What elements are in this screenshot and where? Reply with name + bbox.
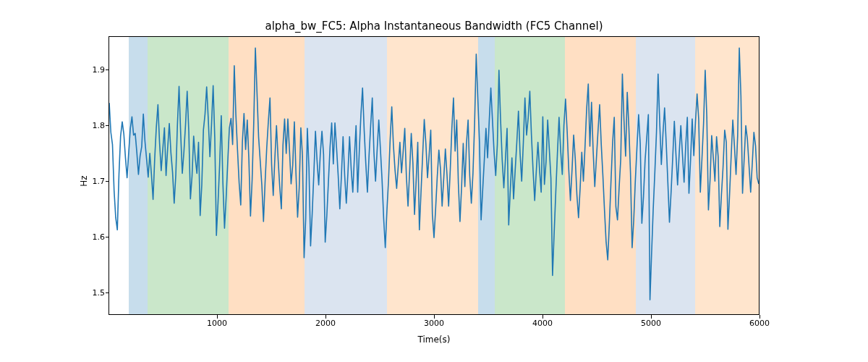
- y-tick-label: 1.9: [93, 65, 106, 75]
- x-tick-label: 6000: [749, 319, 770, 328]
- y-axis-label: Hz: [79, 175, 89, 186]
- y-tick-label: 1.6: [93, 232, 106, 242]
- line-series: [109, 37, 759, 314]
- chart-figure: alpha_bw_FC5: Alpha Instantaneous Bandwi…: [0, 0, 868, 362]
- x-tick-label: 3000: [424, 319, 444, 328]
- chart-title: alpha_bw_FC5: Alpha Instantaneous Bandwi…: [0, 20, 868, 33]
- x-tick-label: 4000: [532, 319, 553, 328]
- x-tick-label: 2000: [315, 319, 336, 328]
- x-tick-label: 1000: [207, 319, 227, 328]
- plot-area: [109, 36, 760, 315]
- y-tick-label: 1.8: [93, 121, 106, 130]
- x-axis-label: Time(s): [0, 334, 868, 345]
- y-tick-label: 1.7: [93, 177, 106, 186]
- y-tick-label: 1.5: [93, 288, 106, 298]
- x-tick-label: 5000: [641, 319, 661, 328]
